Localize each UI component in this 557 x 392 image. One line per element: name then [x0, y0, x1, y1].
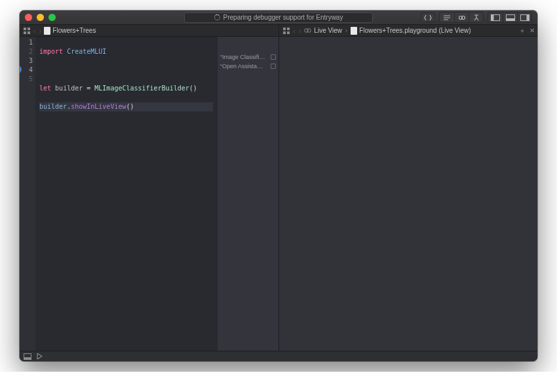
editor-mode-group: [439, 12, 484, 23]
content-area: 1 2 3 4 5 import CreateMLUI let builder …: [20, 37, 537, 351]
result-text: “Open Assistant Editor…: [220, 63, 266, 69]
titlebar: Preparing debugger support for Entryway: [20, 10, 537, 25]
add-assistant-icon[interactable]: ＋: [519, 26, 526, 35]
live-view-pane: [278, 37, 537, 351]
toggle-utilities-button[interactable]: [517, 12, 531, 22]
result-text: “Image Classifier Build…: [220, 54, 266, 60]
svg-rect-11: [28, 31, 30, 34]
results-sidebar: “Image Classifier Build… “Open Assistant…: [217, 37, 278, 351]
breadcrumb-separator: ›: [344, 27, 349, 34]
svg-rect-14: [283, 31, 286, 34]
activity-status: Preparing debugger support for Entryway: [184, 12, 373, 23]
panel-visibility-group: [488, 12, 532, 23]
toolbar-right: [421, 12, 532, 23]
svg-rect-10: [24, 31, 26, 34]
nav-back-icon[interactable]: ‹: [33, 27, 37, 35]
related-items-icon[interactable]: [282, 26, 290, 35]
traffic-lights: [25, 14, 56, 21]
breadcrumb-playground[interactable]: Flowers+Trees.playground (Live View): [359, 27, 471, 34]
jump-bar-right: ‹ › Live View › Flowers+Trees.playground…: [278, 25, 537, 36]
code-area[interactable]: import CreateMLUI let builder = MLImageC…: [35, 37, 217, 351]
xcode-window: Preparing debugger support for Entryway: [20, 10, 537, 361]
quicklook-icon[interactable]: [271, 54, 276, 60]
line-number: 5: [20, 75, 33, 84]
execute-playground-icon[interactable]: [37, 353, 43, 359]
nav-forward-icon[interactable]: ›: [298, 27, 302, 35]
svg-rect-7: [526, 14, 529, 20]
toggle-debug-button[interactable]: [503, 12, 517, 22]
svg-rect-5: [506, 18, 514, 21]
line-number-gutter: 1 2 3 4 5: [20, 37, 35, 351]
window-close-button[interactable]: [25, 14, 32, 21]
code-snippets-button[interactable]: [421, 12, 435, 22]
svg-rect-9: [28, 28, 30, 30]
line-number: 1: [20, 38, 33, 47]
breadcrumb-live-view[interactable]: Live View: [314, 27, 342, 34]
assistant-editor-button[interactable]: [454, 12, 469, 22]
svg-rect-13: [287, 28, 290, 30]
svg-rect-8: [24, 28, 26, 30]
svg-rect-19: [24, 357, 31, 360]
related-items-icon[interactable]: [22, 26, 31, 35]
result-row[interactable]: “Image Classifier Build…: [218, 52, 278, 62]
version-editor-button[interactable]: [469, 12, 483, 22]
jump-bar-left: ‹ › Flowers+Trees: [20, 25, 278, 36]
quicklook-icon[interactable]: [271, 64, 276, 69]
spinner-icon: [214, 14, 220, 20]
live-view-icon: [303, 26, 312, 35]
jump-bar: ‹ › Flowers+Trees ‹ › Live View › Flower…: [20, 25, 537, 37]
breadcrumb-file[interactable]: Flowers+Trees: [52, 27, 96, 34]
toggle-navigator-button[interactable]: [488, 12, 503, 22]
activity-status-text: Preparing debugger support for Entryway: [223, 14, 343, 21]
toggle-debug-area-icon[interactable]: [24, 353, 31, 360]
line-number: 4: [20, 66, 33, 75]
file-icon: [351, 27, 357, 35]
nav-forward-icon[interactable]: ›: [39, 27, 43, 35]
nav-back-icon[interactable]: ‹: [292, 27, 296, 35]
svg-rect-3: [491, 14, 494, 20]
close-assistant-icon[interactable]: ✕: [529, 27, 535, 34]
source-editor: 1 2 3 4 5 import CreateMLUI let builder …: [20, 37, 278, 351]
window-maximize-button[interactable]: [48, 14, 56, 21]
svg-rect-15: [287, 31, 290, 34]
file-icon: [44, 27, 50, 35]
line-number: 3: [20, 56, 33, 66]
window-minimize-button[interactable]: [37, 14, 44, 21]
debug-bar: [20, 351, 537, 361]
standard-editor-button[interactable]: [440, 12, 454, 22]
result-row[interactable]: “Open Assistant Editor…: [218, 62, 278, 71]
line-number: 2: [20, 47, 33, 56]
svg-rect-12: [283, 28, 286, 30]
svg-point-17: [307, 29, 311, 33]
